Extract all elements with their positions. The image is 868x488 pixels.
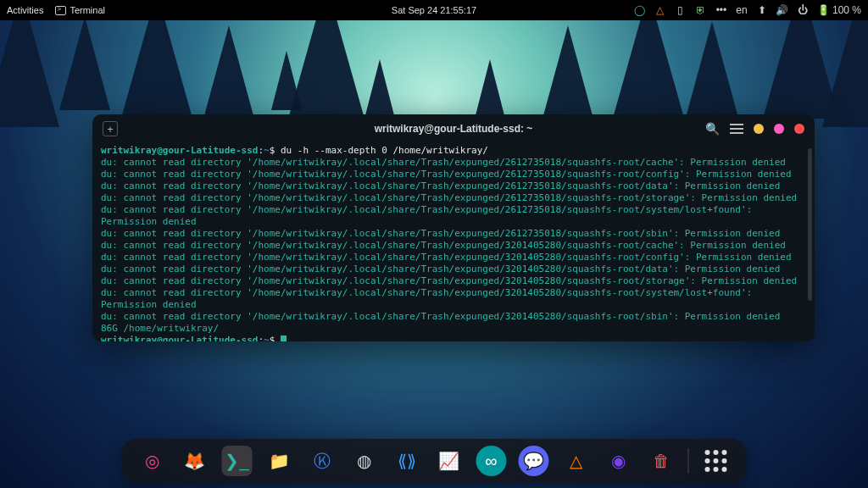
terminal-output: du: cannot read directory '/home/writwik… (101, 157, 806, 323)
show-apps-button[interactable] (701, 446, 732, 476)
tray-icon-vlc[interactable]: △ (654, 4, 666, 16)
prompt-path: ~ (264, 335, 270, 341)
terminal-line: du: cannot read directory '/home/writwik… (101, 169, 806, 180)
prompt-user: writwikray@gour-Latitude-ssd (101, 145, 258, 156)
terminal-line: du: cannot read directory '/home/writwik… (101, 157, 806, 169)
dock-trash[interactable]: 🗑 (646, 446, 676, 476)
dock-obs[interactable]: ◍ (349, 446, 380, 476)
dock-monitor[interactable]: 📈 (434, 446, 465, 476)
maximize-button[interactable] (774, 124, 784, 134)
minimize-button[interactable] (754, 124, 764, 134)
du-result: 86G /home/writwikray/ (101, 323, 806, 335)
tray-icon-shield[interactable]: ⛨ (695, 4, 707, 16)
activities-button[interactable]: Activities (7, 5, 43, 15)
tray-icon-wifi[interactable]: ⬆ (756, 4, 768, 16)
tray-icon-volume[interactable]: 🔊 (776, 4, 788, 16)
tray-icon-battery2[interactable]: ▯ (675, 4, 687, 16)
prompt-path: ~ (264, 145, 270, 156)
terminal-icon (55, 6, 66, 15)
app-menu[interactable]: Terminal (55, 5, 105, 16)
dock-vlc[interactable]: △ (561, 446, 592, 476)
top-panel: Activities Terminal Sat Sep 24 21:55:17 … (0, 0, 868, 20)
dock-firefox[interactable]: 🦊 (180, 446, 210, 476)
new-tab-button[interactable]: + (103, 121, 118, 136)
app-menu-label: Terminal (70, 5, 105, 15)
tray-icon-1[interactable]: ◯ (634, 4, 646, 16)
terminal-line: du: cannot read directory '/home/writwik… (101, 275, 806, 287)
dock-separator (688, 448, 689, 474)
prompt-line-1: writwikray@gour-Latitude-ssd:~$ du -h --… (101, 145, 806, 157)
dock: ◎🦊❯_📁Ⓚ◍⟪⟫📈∞💬△◉🗑 (122, 439, 747, 483)
tray-lang[interactable]: en (736, 4, 748, 16)
dock-vscode[interactable]: ⟪⟫ (392, 446, 422, 476)
terminal-body[interactable]: writwikray@gour-Latitude-ssd:~$ du -h --… (92, 143, 815, 341)
terminal-titlebar[interactable]: + writwikray@gour-Latitude-ssd: ~ 🔍 (92, 114, 815, 143)
scrollbar[interactable] (808, 148, 812, 301)
terminal-window: + writwikray@gour-Latitude-ssd: ~ 🔍 writ… (92, 114, 815, 341)
terminal-title: writwikray@gour-Latitude-ssd: ~ (375, 123, 533, 135)
terminal-line: du: cannot read directory '/home/writwik… (101, 180, 806, 192)
dock-media[interactable]: ◉ (604, 446, 634, 476)
terminal-line: du: cannot read directory '/home/writwik… (101, 204, 806, 228)
dock-files[interactable]: 📁 (264, 446, 295, 476)
terminal-line: du: cannot read directory '/home/writwik… (101, 228, 806, 240)
system-tray: ◯ △ ▯ ⛨ ••• en ⬆ 🔊 ⏻ 🔋100 % (634, 4, 861, 16)
terminal-line: du: cannot read directory '/home/writwik… (101, 240, 806, 252)
tray-icon-power[interactable]: ⏻ (797, 4, 809, 16)
apps-grid-icon (703, 447, 730, 474)
prompt-line-2: writwikray@gour-Latitude-ssd:~$ (101, 335, 806, 341)
search-icon[interactable]: 🔍 (705, 122, 720, 136)
clock[interactable]: Sat Sep 24 21:55:17 (392, 5, 476, 15)
terminal-line: du: cannot read directory '/home/writwik… (101, 252, 806, 263)
tray-icon-more[interactable]: ••• (715, 4, 727, 16)
close-button[interactable] (794, 124, 804, 134)
dock-discord[interactable]: 💬 (519, 446, 549, 476)
tray-battery-pct: 100 % (832, 4, 861, 16)
dock-chrome[interactable]: ◎ (137, 446, 168, 476)
menu-icon[interactable] (730, 124, 743, 134)
dock-arduino[interactable]: ∞ (476, 446, 507, 476)
command-text: du -h --max-depth 0 /home/writwikray/ (281, 145, 488, 156)
terminal-line: du: cannot read directory '/home/writwik… (101, 263, 806, 275)
terminal-line: du: cannot read directory '/home/writwik… (101, 192, 806, 204)
dock-terminal[interactable]: ❯_ (222, 446, 253, 476)
terminal-line: du: cannot read directory '/home/writwik… (101, 311, 806, 323)
cursor (281, 336, 287, 341)
dock-kde[interactable]: Ⓚ (307, 446, 337, 476)
tray-battery[interactable]: 🔋100 % (817, 4, 861, 16)
prompt-user: writwikray@gour-Latitude-ssd (101, 335, 258, 341)
terminal-line: du: cannot read directory '/home/writwik… (101, 287, 806, 311)
